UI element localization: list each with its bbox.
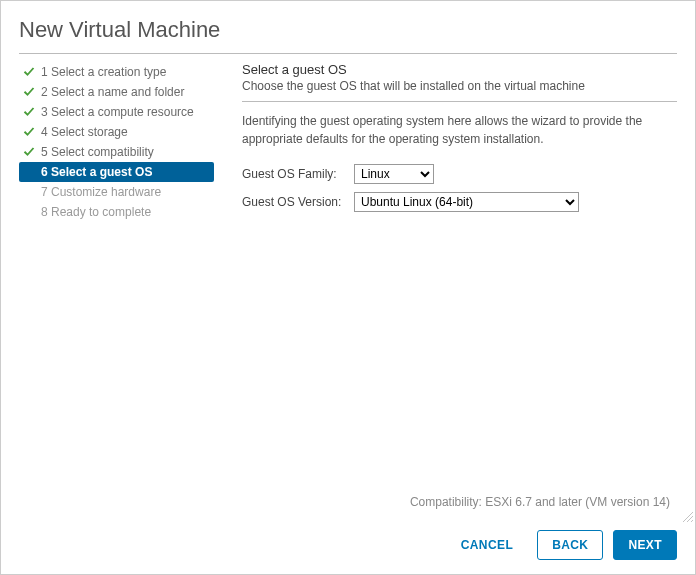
guest-os-version-row: Guest OS Version: Ubuntu Linux (64-bit) xyxy=(242,192,677,212)
main-panel: Select a guest OS Choose the guest OS th… xyxy=(214,62,677,222)
wizard-buttons: CANCEL BACK NEXT xyxy=(447,530,677,560)
wizard-step-6[interactable]: 6 Select a guest OS xyxy=(19,162,214,182)
svg-line-2 xyxy=(691,520,693,522)
next-button[interactable]: NEXT xyxy=(613,530,677,560)
wizard-step-label: 2 Select a name and folder xyxy=(41,85,184,99)
guest-os-family-label: Guest OS Family: xyxy=(242,167,354,181)
wizard-step-label: 1 Select a creation type xyxy=(41,65,166,79)
wizard-step-3[interactable]: 3 Select a compute resource xyxy=(19,102,214,122)
wizard-step-label: 4 Select storage xyxy=(41,125,128,139)
wizard-step-1[interactable]: 1 Select a creation type xyxy=(19,62,214,82)
wizard-step-2[interactable]: 2 Select a name and folder xyxy=(19,82,214,102)
resize-handle-icon[interactable] xyxy=(681,510,693,522)
wizard-step-label: 7 Customize hardware xyxy=(41,185,161,199)
wizard-step-7: 7 Customize hardware xyxy=(19,182,214,202)
section-description: Identifying the guest operating system h… xyxy=(242,112,677,148)
checkmark-icon xyxy=(23,145,37,159)
wizard-steps-sidebar: 1 Select a creation type2 Select a name … xyxy=(19,62,214,222)
section-subtitle: Choose the guest OS that will be install… xyxy=(242,79,677,93)
wizard-step-label: 3 Select a compute resource xyxy=(41,105,194,119)
guest-os-version-select[interactable]: Ubuntu Linux (64-bit) xyxy=(354,192,579,212)
wizard-step-label: 6 Select a guest OS xyxy=(41,165,152,179)
checkmark-icon xyxy=(23,65,37,79)
checkmark-icon xyxy=(23,105,37,119)
dialog-header: New Virtual Machine xyxy=(1,1,695,53)
wizard-step-4[interactable]: 4 Select storage xyxy=(19,122,214,142)
back-button[interactable]: BACK xyxy=(537,530,603,560)
guest-os-family-row: Guest OS Family: Linux xyxy=(242,164,677,184)
divider xyxy=(242,101,677,102)
guest-os-version-label: Guest OS Version: xyxy=(242,195,354,209)
guest-os-family-select[interactable]: Linux xyxy=(354,164,434,184)
checkmark-icon xyxy=(23,125,37,139)
compatibility-text: Compatibility: ESXi 6.7 and later (VM ve… xyxy=(410,495,670,509)
wizard-step-8: 8 Ready to complete xyxy=(19,202,214,222)
checkmark-icon xyxy=(23,85,37,99)
wizard-step-label: 8 Ready to complete xyxy=(41,205,151,219)
content-area: 1 Select a creation type2 Select a name … xyxy=(1,54,695,222)
wizard-step-5[interactable]: 5 Select compatibility xyxy=(19,142,214,162)
checkmark-icon xyxy=(23,165,37,179)
dialog-title: New Virtual Machine xyxy=(19,17,677,43)
section-title: Select a guest OS xyxy=(242,62,677,77)
cancel-button[interactable]: CANCEL xyxy=(447,530,527,560)
wizard-step-label: 5 Select compatibility xyxy=(41,145,154,159)
